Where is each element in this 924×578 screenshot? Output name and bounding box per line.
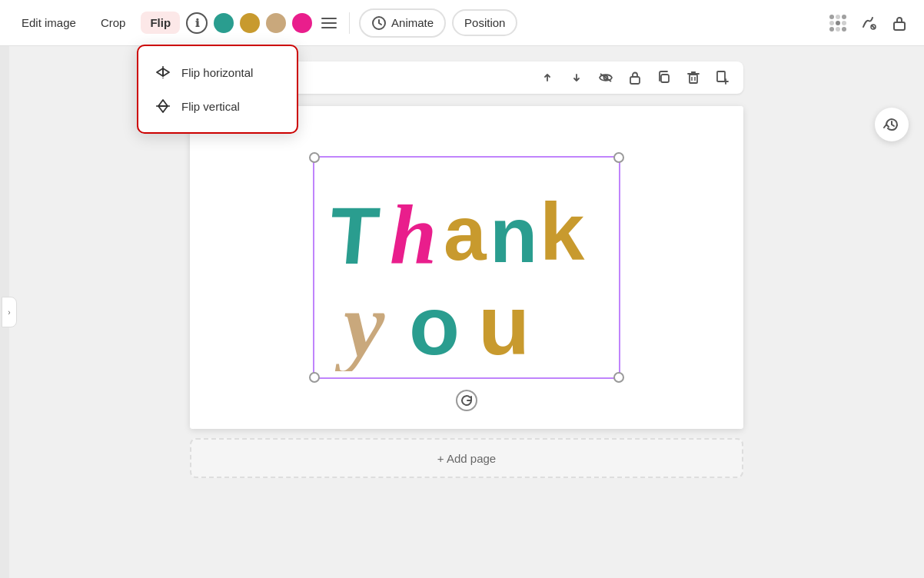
flip-horizontal-icon xyxy=(154,63,172,81)
lock-page-button[interactable] xyxy=(623,66,646,89)
handle-bottom-left[interactable] xyxy=(309,372,320,383)
style-button[interactable] xyxy=(856,11,881,35)
add-page-button[interactable]: + Add page xyxy=(190,438,743,478)
design-canvas[interactable]: T h a n k y o u xyxy=(190,106,743,429)
animate-button[interactable]: Animate xyxy=(359,8,446,38)
hide-page-button[interactable] xyxy=(594,66,617,89)
add-page-label: + Add page xyxy=(437,452,496,465)
color-swatch-gold[interactable] xyxy=(240,13,260,33)
assist-button[interactable] xyxy=(875,108,909,141)
crop-button[interactable]: Crop xyxy=(91,12,135,34)
svg-rect-6 xyxy=(661,75,669,82)
move-up-button[interactable] xyxy=(536,66,559,89)
flip-button[interactable]: Flip xyxy=(141,12,180,34)
position-button[interactable]: Position xyxy=(452,9,517,36)
color-swatch-teal[interactable] xyxy=(214,13,234,33)
design-card: T h a n k y o u xyxy=(190,106,743,429)
main-toolbar: Edit image Crop Flip ℹ Animate Position xyxy=(0,0,924,46)
animate-icon xyxy=(371,15,387,31)
animate-label: Animate xyxy=(391,16,434,29)
svg-rect-7 xyxy=(690,75,697,83)
duplicate-page-button[interactable] xyxy=(653,66,676,89)
handle-top-right[interactable] xyxy=(613,152,624,163)
selection-box xyxy=(313,156,620,379)
left-panel-toggle[interactable]: › xyxy=(2,297,17,327)
add-page-toolbar-button[interactable] xyxy=(711,66,734,89)
svg-rect-5 xyxy=(630,77,640,84)
flip-dropdown-menu: Flip horizontal Flip vertical xyxy=(137,45,298,134)
info-button[interactable]: ℹ xyxy=(186,12,208,34)
lock-button[interactable] xyxy=(887,11,912,35)
left-panel: › xyxy=(0,46,9,578)
move-down-button[interactable] xyxy=(565,66,588,89)
svg-rect-2 xyxy=(894,22,905,30)
svg-rect-10 xyxy=(717,71,725,81)
flip-vertical-label: Flip vertical xyxy=(181,100,240,113)
transparency-button[interactable] xyxy=(826,11,850,35)
color-swatch-tan[interactable] xyxy=(266,13,286,33)
more-options-button[interactable] xyxy=(318,15,340,32)
handle-bottom-right[interactable] xyxy=(613,372,624,383)
delete-page-button[interactable] xyxy=(682,66,705,89)
toolbar-divider xyxy=(349,12,350,34)
color-swatch-pink[interactable] xyxy=(292,13,312,33)
chevron-right-icon: › xyxy=(8,308,10,317)
flip-horizontal-label: Flip horizontal xyxy=(181,66,253,79)
rotate-handle[interactable] xyxy=(456,390,477,411)
flip-vertical-item[interactable]: Flip vertical xyxy=(138,89,297,123)
handle-top-left[interactable] xyxy=(309,152,320,163)
flip-horizontal-item[interactable]: Flip horizontal xyxy=(138,55,297,89)
edit-image-button[interactable]: Edit image xyxy=(12,12,85,34)
flip-vertical-icon xyxy=(154,97,172,115)
